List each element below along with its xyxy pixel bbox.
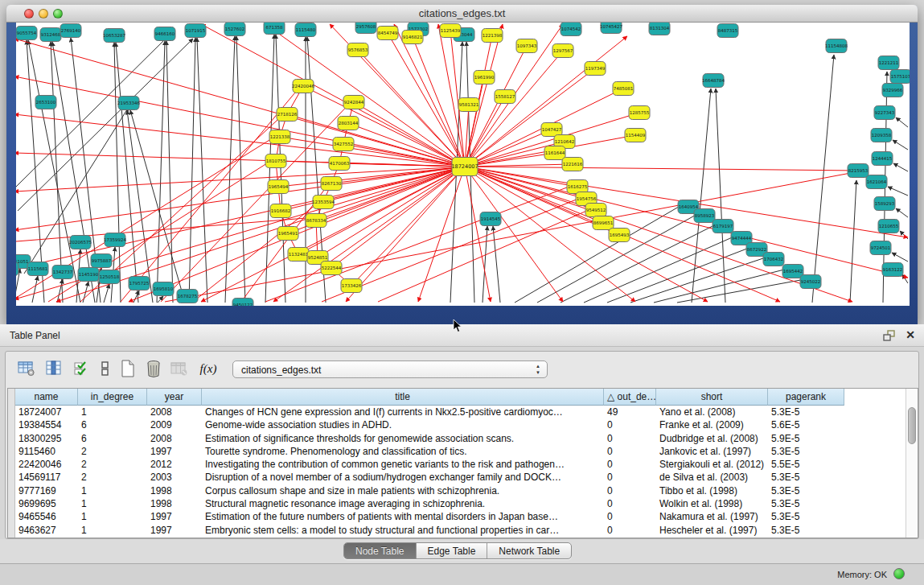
show-columns-button[interactable] xyxy=(43,357,65,380)
table-cell[interactable]: 5.3E-5 xyxy=(768,471,844,484)
column-header-out_de[interactable]: △ out_de… xyxy=(604,389,656,406)
table-cell[interactable]: 2008 xyxy=(147,406,202,418)
graph-node[interactable]: 1916682 xyxy=(270,204,291,218)
graph-node[interactable]: 21953346 xyxy=(117,97,140,110)
table-cell[interactable]: 18724007 xyxy=(15,406,78,418)
table-cell[interactable]: 0 xyxy=(604,458,656,471)
table-cell[interactable]: Nakamura et al. (1997) xyxy=(656,510,768,523)
close-panel-button[interactable]: ✕ xyxy=(904,328,917,341)
graph-node[interactable]: 8267130 xyxy=(321,177,342,191)
tab-node-table[interactable]: Node Table xyxy=(344,543,417,558)
graph-node[interactable]: 1285755 xyxy=(629,106,650,120)
graph-node[interactable]: 1575107 xyxy=(890,70,910,84)
graph-node[interactable]: 1221398 xyxy=(482,29,503,43)
table-cell[interactable]: 6 xyxy=(78,418,147,431)
graph-node[interactable]: 1154409 xyxy=(625,129,646,142)
table-cell[interactable]: 1 xyxy=(78,510,147,523)
table-cell[interactable]: 6 xyxy=(78,432,147,445)
graph-node[interactable]: 17359924 xyxy=(104,233,126,247)
column-header-in_degree[interactable]: in_degree xyxy=(78,389,147,406)
graph-node[interactable]: 12353594 xyxy=(312,196,335,209)
graph-node[interactable]: 5222544 xyxy=(321,262,342,275)
table-row[interactable]: 1938455462009Genome-wide association stu… xyxy=(15,418,844,431)
table-cell[interactable]: Yano et al. (2008) xyxy=(656,406,768,418)
graph-node[interactable]: 4170063 xyxy=(329,157,350,171)
table-cell[interactable]: 2008 xyxy=(147,432,202,445)
graph-node[interactable]: 8131304 xyxy=(649,23,670,35)
table-cell[interactable]: 9463627 xyxy=(15,524,78,537)
table-cell[interactable]: 9465546 xyxy=(15,510,78,523)
graph-node[interactable]: 3427552 xyxy=(333,138,354,151)
graph-node[interactable]: 1197349 xyxy=(585,62,606,76)
graph-node[interactable]: 22420046 xyxy=(292,80,314,93)
table-cell[interactable]: 49 xyxy=(604,406,656,418)
table-cell[interactable]: 2 xyxy=(78,471,147,484)
graph-node[interactable]: 9450122 xyxy=(232,299,253,307)
graph-node[interactable]: 9576853 xyxy=(347,43,368,57)
column-header-name[interactable]: name xyxy=(15,389,78,406)
tab-edge-table[interactable]: Edge Table xyxy=(417,543,488,558)
float-panel-button[interactable] xyxy=(882,329,897,342)
table-cell[interactable]: Investigating the contribution of common… xyxy=(202,458,604,471)
graph-node[interactable]: 1558127 xyxy=(495,90,515,104)
graph-node[interactable]: 1695493 xyxy=(609,229,630,242)
table-row[interactable]: 1830029562008Estimation of significance … xyxy=(15,432,844,445)
delete-table-button[interactable] xyxy=(168,357,191,380)
new-column-button[interactable] xyxy=(117,357,139,380)
table-cell[interactable]: Wolkin et al. (1998) xyxy=(656,497,768,510)
graph-node[interactable]: 1795725 xyxy=(129,277,150,290)
graph-node[interactable]: 9724501 xyxy=(870,241,891,255)
graph-node[interactable]: 1589293 xyxy=(874,197,895,211)
graph-node[interactable]: 9466160 xyxy=(154,27,175,41)
table-cell[interactable]: 2012 xyxy=(147,458,202,471)
graph-node[interactable]: 1706432 xyxy=(763,253,784,266)
graph-node[interactable]: 1161644 xyxy=(544,146,565,160)
table-settings-button[interactable] xyxy=(15,357,38,380)
graph-node[interactable]: 1810755 xyxy=(265,154,286,168)
graph-node[interactable]: 1097343 xyxy=(516,39,537,53)
table-row[interactable]: 1872400712008Changes of HCN gene express… xyxy=(15,406,844,418)
table-cell[interactable]: 0 xyxy=(604,432,656,445)
table-cell[interactable]: Tourette syndrome. Phenomenology and cla… xyxy=(202,445,604,458)
graph-node[interactable]: 8487315 xyxy=(717,24,738,38)
table-cell[interactable]: Genome-wide association studies in ADHD. xyxy=(202,418,604,431)
table-row[interactable]: 977716911998Corpus callosum shape and si… xyxy=(15,484,844,497)
graph-node[interactable]: 671358 xyxy=(264,23,285,35)
graph-node[interactable]: 9329966 xyxy=(882,84,903,97)
graph-node[interactable]: 1733426 xyxy=(341,279,362,293)
column-header-pagerank[interactable]: pagerank xyxy=(768,389,844,406)
graph-node[interactable]: 8958923 xyxy=(694,209,715,223)
table-cell[interactable]: 0 xyxy=(604,497,656,510)
graph-node[interactable]: 8215953 xyxy=(848,164,869,178)
table-cell[interactable]: 1997 xyxy=(147,510,202,523)
graph-node[interactable]: 9227343 xyxy=(874,106,895,120)
table-cell[interactable]: 1 xyxy=(78,406,147,418)
table-cell[interactable]: 14569117 xyxy=(15,471,78,484)
graph-node[interactable]: 9975887 xyxy=(91,254,112,268)
table-cell[interactable]: 0 xyxy=(604,524,656,537)
graph-node[interactable]: 8454749 xyxy=(377,27,398,40)
table-cell[interactable]: Franke et al. (2009) xyxy=(656,418,768,431)
table-cell[interactable]: 1998 xyxy=(147,484,202,497)
graph-node[interactable]: 2718126 xyxy=(277,108,298,122)
graph-node[interactable]: 9242844 xyxy=(343,96,364,109)
graph-node[interactable]: 8678334 xyxy=(306,214,326,228)
table-row[interactable]: 946554611997Estimation of the future num… xyxy=(15,510,844,523)
table-cell[interactable]: de Silva et al. (2003) xyxy=(656,471,768,484)
table-cell[interactable]: 0 xyxy=(604,510,656,523)
graph-node[interactable]: 18724007 xyxy=(451,158,478,176)
graph-node[interactable]: 6179197 xyxy=(713,220,733,233)
table-cell[interactable]: 5.3E-5 xyxy=(768,510,844,523)
select-all-button[interactable] xyxy=(70,357,92,380)
table-cell[interactable]: 0 xyxy=(604,418,656,431)
table-cell[interactable]: 0 xyxy=(604,484,656,497)
graph-node[interactable]: 9163122 xyxy=(882,263,903,277)
graph-node[interactable]: 1965494 xyxy=(268,180,289,194)
table-cell[interactable]: Corpus callosum shape and size in male p… xyxy=(202,484,604,497)
table-cell[interactable]: Changes of HCN gene expression and I(f) … xyxy=(202,406,604,418)
table-cell[interactable]: 5.3E-5 xyxy=(768,524,844,537)
graph-node[interactable]: 2653100 xyxy=(35,96,56,109)
graph-node[interactable]: 20206575 xyxy=(69,236,92,249)
graph-node[interactable]: 1210655 xyxy=(878,220,899,233)
graph-node[interactable]: 1695810 xyxy=(153,282,174,296)
